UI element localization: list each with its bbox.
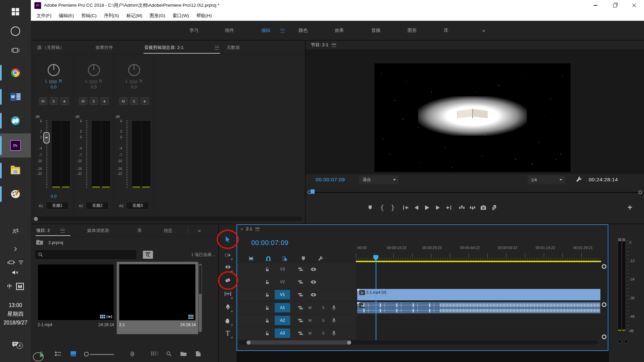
tab-effect-controls[interactable]: 效果控件 [96,45,113,51]
program-video-frame[interactable] [374,63,571,172]
zoom-slider-track[interactable] [90,354,114,355]
audio-clip[interactable]: fx [357,302,600,313]
tab-source-monitor[interactable]: 源:（无剪辑） [37,45,64,51]
solo-track-button[interactable]: S [317,306,330,310]
razor-tool[interactable] [219,275,236,286]
toggle-track-output-eye-icon[interactable] [311,293,316,297]
find-in-bin-button[interactable] [143,251,153,259]
pen-tool[interactable] [219,301,236,313]
clip-thumbnail[interactable] [38,264,114,320]
voiceover-record-mic-icon[interactable] [332,331,336,336]
track-label-targeted[interactable]: A3 [275,328,290,338]
menu-help[interactable]: 帮助(H) [193,13,215,19]
timeline-timecode[interactable]: 00:00:07:09 [251,239,288,247]
export-frame-button[interactable] [479,203,488,212]
close-button[interactable] [625,0,644,11]
settings-button[interactable] [576,176,582,182]
project-breadcrumb[interactable]: 2.prproj [36,240,63,245]
panel-overflow-chevrons[interactable]: » [198,228,201,233]
step-back-button[interactable] [412,203,421,212]
menu-window[interactable]: 窗口(W) [169,13,193,19]
slip-tool[interactable] [219,288,236,299]
track-lane[interactable] [357,327,608,339]
workspace-effects[interactable]: 效果 [335,27,344,34]
workspace-color[interactable]: 颜色 [299,27,308,34]
ripple-edit-tool[interactable] [219,261,236,273]
go-to-out-button[interactable] [444,203,453,212]
toggle-track-output-eye-icon[interactable] [311,280,316,284]
action-center-button[interactable]: 4 [0,341,31,348]
solo-button[interactable]: S [90,97,98,105]
track-label-targeted[interactable]: V1 [275,290,290,299]
pan-value[interactable]: 0.0 [34,85,73,89]
track-select-forward-tool[interactable] [219,249,236,260]
mark-in-button[interactable]: { [377,203,387,212]
tray-expand-button[interactable] [0,247,31,251]
voiceover-record-mic-icon[interactable] [332,305,336,310]
ime-indicator[interactable]: 中 M [0,283,31,290]
cortana-button[interactable] [0,21,31,42]
panel-menu-icon[interactable] [332,43,336,47]
lock-icon[interactable] [265,293,269,297]
lift-button[interactable] [457,203,467,212]
solo-track-button[interactable]: S [317,318,330,322]
mute-track-button[interactable]: M [303,318,317,322]
project-vertical-scrollbar[interactable] [199,264,202,332]
fader-handle[interactable] [43,132,50,143]
play-button[interactable] [422,203,432,212]
sync-lock-icon[interactable] [298,293,303,297]
menu-graphics[interactable]: 图形(G) [146,13,169,19]
button-editor-button[interactable]: + [625,203,635,212]
video-clip[interactable]: fx 2-1.mp4 [V] [357,289,600,300]
workspace-libraries[interactable]: 库 [444,27,448,34]
zoom-handle-left[interactable] [308,190,311,194]
track-lane[interactable] [357,276,608,288]
task-view-button[interactable] [0,40,31,61]
workspace-menu-icon[interactable] [280,29,285,33]
level-value[interactable] [114,194,154,199]
video-scroll-knob[interactable] [602,264,606,269]
solo-button[interactable]: S [50,97,58,105]
track-name-field[interactable]: 音频2 [86,202,109,209]
sync-lock-icon[interactable] [298,280,303,284]
sort-button[interactable] [130,351,135,357]
taskbar-premiere-button[interactable]: Pr [0,133,31,158]
lock-icon[interactable] [265,267,269,272]
mute-button[interactable]: M [119,97,127,105]
track-lane[interactable] [357,263,608,275]
snap-toggle[interactable] [264,254,273,262]
track-label[interactable]: V3 [275,264,290,274]
zoom-level-dropdown[interactable]: 适合 [359,176,399,184]
audio-scroll-knob[interactable] [602,302,606,307]
type-tool[interactable]: T [219,327,236,339]
write-keyframes-button[interactable]: ◆ [141,97,149,105]
pan-value[interactable]: 0.0 [74,85,114,89]
level-value[interactable] [74,194,114,199]
extract-button[interactable] [468,203,477,212]
program-panel-title[interactable]: 节目: 2-1 [311,42,328,48]
tab-media-browser[interactable]: 媒体浏览器 [87,228,109,234]
write-keyframes-button[interactable]: ◆ [100,97,109,105]
pan-knob[interactable] [48,64,60,76]
sequence-thumbnail[interactable] [119,264,196,320]
toggle-track-output-eye-icon[interactable] [311,267,316,271]
pan-value[interactable]: 0.0 [114,85,154,89]
track-name-field[interactable]: 音频1 [46,202,69,209]
voiceover-record-mic-icon[interactable] [332,318,336,323]
workspace-editing[interactable]: 编辑 [261,27,270,34]
menu-clip[interactable]: 剪辑(C) [77,13,100,19]
project-item-clip[interactable]: 2-1.mp4 24:28:14 [35,262,116,334]
playback-resolution-dropdown[interactable]: 1/4 [528,176,565,184]
track-label-targeted[interactable]: A1 [275,303,290,312]
start-button[interactable] [0,1,31,22]
track-label[interactable]: V2 [275,277,290,287]
sync-lock-icon[interactable] [298,318,303,322]
mute-button[interactable]: M [39,97,47,105]
people-button[interactable] [0,229,31,234]
panel-menu-icon[interactable] [60,229,65,233]
solo-button[interactable]: S [130,97,138,105]
taskbar-word-button[interactable]: W [0,86,31,107]
add-marker-button[interactable] [365,203,375,212]
tab-audio-clip-mixer[interactable]: 音频剪辑混合器: 2-1 [144,45,183,51]
sync-lock-icon[interactable] [298,267,303,271]
